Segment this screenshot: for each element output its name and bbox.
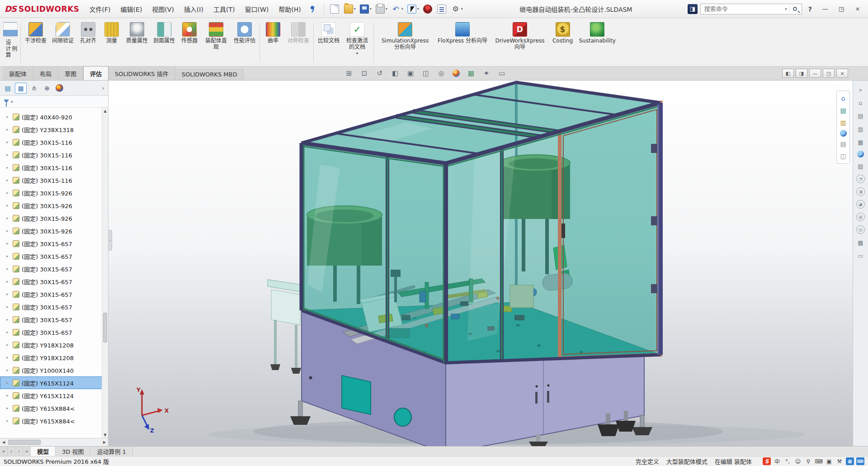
- resources-icon[interactable]: ⌂: [856, 98, 865, 107]
- tree-item[interactable]: (固定) 30X15-926: [0, 212, 108, 224]
- expand-arrow-icon[interactable]: [6, 241, 10, 246]
- tree-item[interactable]: (固定) Y615X884<: [0, 414, 108, 427]
- zoom-fit-icon[interactable]: ⊞: [344, 68, 354, 78]
- file-explorer-icon[interactable]: ▥: [838, 118, 848, 128]
- panel-expand-icon[interactable]: ›: [100, 85, 106, 91]
- tree-item[interactable]: (固定) 30X15-657: [0, 262, 108, 275]
- custom-properties-icon[interactable]: ▧: [856, 162, 865, 171]
- expand-arrow-icon[interactable]: [6, 140, 10, 144]
- floxpress-wizard-button[interactable]: FloXpress 分析向导: [435, 19, 490, 66]
- search-input[interactable]: [703, 5, 782, 13]
- tree-item[interactable]: (固定) 30X15-926: [0, 186, 108, 199]
- ime-emoji-icon[interactable]: ☺: [794, 457, 802, 465]
- home-icon[interactable]: ⌂: [838, 93, 848, 103]
- document-restore-button[interactable]: ◳: [823, 69, 835, 78]
- expand-arrow-icon[interactable]: [6, 152, 10, 157]
- expand-arrow-icon[interactable]: [6, 190, 10, 195]
- scroll-down-icon[interactable]: ▼: [102, 432, 108, 438]
- ime-toolbox-icon[interactable]: ⚒: [835, 457, 844, 465]
- document-tab[interactable]: 模型: [31, 447, 56, 456]
- expand-arrow-icon[interactable]: [6, 254, 10, 258]
- tree-item[interactable]: (固定) 30X15-926: [0, 199, 108, 212]
- hide-show-items-icon[interactable]: ◎: [436, 68, 447, 78]
- search-scope-icon[interactable]: ◨: [688, 4, 698, 14]
- menu-item[interactable]: 视图(V): [147, 3, 179, 15]
- measure-button[interactable]: 测量: [100, 19, 123, 66]
- scroll-up-icon[interactable]: ▲: [102, 108, 108, 114]
- expand-arrow-icon[interactable]: [6, 279, 10, 284]
- performance-evaluation-button[interactable]: 性能评估: [231, 19, 258, 66]
- tree-item[interactable]: (固定) 30X15-116: [0, 174, 108, 186]
- clearance-verification-button[interactable]: 间隙验证: [49, 19, 76, 66]
- expand-arrow-icon[interactable]: [6, 304, 10, 309]
- expand-arrow-icon[interactable]: [6, 292, 10, 296]
- new-document-button[interactable]: [329, 3, 341, 15]
- commandmanager-tab[interactable]: 布局: [33, 67, 58, 80]
- display-style-icon[interactable]: ◫: [420, 68, 431, 78]
- commandmanager-tab[interactable]: 装配体: [3, 67, 33, 80]
- scroll-left-icon[interactable]: ◀: [0, 440, 7, 444]
- tree-item[interactable]: (固定) 30X15-657: [0, 237, 108, 250]
- search-icon[interactable]: [793, 7, 797, 11]
- screen-icon[interactable]: ▭: [856, 251, 865, 260]
- tree-item[interactable]: (固定) Y918X1208: [0, 351, 108, 364]
- ime-screenshot-icon[interactable]: ▣: [825, 457, 833, 465]
- tree-item[interactable]: (固定) 30X15-657: [0, 326, 108, 338]
- tree-item[interactable]: (固定) 30X15-116: [0, 148, 108, 161]
- dimxpertmanager-tab[interactable]: ⊕: [41, 83, 53, 94]
- displaymanager-tab[interactable]: ●: [56, 84, 63, 92]
- section-view-icon[interactable]: ◧: [390, 68, 401, 78]
- graphics-area[interactable]: Y X Z ‹ ⌂▤▥●▤◫: [108, 81, 853, 446]
- expand-arrow-icon[interactable]: [6, 418, 10, 423]
- expand-arrow-icon[interactable]: [6, 228, 10, 233]
- tree-item[interactable]: (固定) Y1000X140: [0, 364, 108, 376]
- viewport-split-left-icon[interactable]: ◧: [782, 69, 794, 78]
- rebuild-button[interactable]: [422, 3, 434, 15]
- appearances-scenes-icon[interactable]: ●: [857, 151, 864, 157]
- search-caret-icon[interactable]: ▾: [785, 7, 787, 11]
- tab-scroll-last-icon[interactable]: »: [23, 447, 31, 456]
- tree-item[interactable]: (固定) Y615X884<: [0, 402, 108, 414]
- menu-item[interactable]: 工具(T): [209, 3, 239, 15]
- grid-icon[interactable]: ▦: [856, 238, 865, 247]
- previous-view-icon[interactable]: ↺: [374, 68, 385, 78]
- expand-arrow-icon[interactable]: [6, 342, 10, 347]
- app-restore-button[interactable]: ◳: [835, 4, 848, 14]
- tree-item[interactable]: (固定) 40X40-920: [0, 110, 108, 123]
- tree-item[interactable]: (固定) 30X15-116: [0, 136, 108, 148]
- check-active-document-button[interactable]: 检查激活的文档 ▾: [342, 19, 372, 66]
- view-palette-icon[interactable]: ▦: [856, 138, 865, 147]
- view-orientation-icon[interactable]: ▣: [405, 68, 416, 78]
- tab-scroll-first-icon[interactable]: «: [0, 447, 8, 456]
- design-library-icon[interactable]: ▤: [838, 105, 848, 115]
- commandmanager-tab[interactable]: 评估: [83, 66, 108, 80]
- print-button[interactable]: ▾: [374, 3, 389, 15]
- custom-properties-icon[interactable]: ▤: [838, 139, 848, 149]
- commandmanager-tab[interactable]: SOLIDWORKS MBD: [175, 68, 244, 80]
- sensor-button[interactable]: 传感器: [178, 19, 201, 66]
- featuremanager-tab[interactable]: ▤: [2, 83, 14, 94]
- ime-mic-icon[interactable]: ⚲: [804, 457, 812, 465]
- expand-arrow-icon[interactable]: [6, 393, 10, 398]
- ribbon-separator[interactable]: [373, 23, 374, 62]
- tree-item[interactable]: (固定) Y615X1124: [0, 389, 108, 402]
- menu-item[interactable]: 文件(F): [85, 3, 115, 15]
- expand-arrow-icon[interactable]: [6, 330, 10, 334]
- scrollbar-thumb[interactable]: [8, 440, 41, 445]
- sogou-icon[interactable]: S: [763, 457, 771, 465]
- filter-icon[interactable]: [4, 100, 9, 106]
- app-minimize-button[interactable]: —: [818, 4, 832, 14]
- expand-arrow-icon[interactable]: [6, 355, 10, 360]
- full-screen-icon[interactable]: ▭: [496, 68, 507, 78]
- expand-arrow-icon[interactable]: [6, 165, 10, 170]
- ime-mode-icon[interactable]: 中: [773, 457, 781, 465]
- tree-item[interactable]: (固定) 30X15-657: [0, 300, 108, 313]
- tree-item[interactable]: (固定) Y615X1124: [0, 376, 108, 389]
- file-properties-button[interactable]: [436, 3, 448, 15]
- side-table[interactable]: [268, 280, 303, 374]
- apply-scene-icon[interactable]: ▦: [466, 68, 476, 78]
- curvature-button[interactable]: 曲率: [261, 19, 285, 66]
- compare-documents-button[interactable]: 比较文档: [315, 19, 342, 66]
- scrollbar-thumb[interactable]: [103, 313, 107, 342]
- expand-arrow-icon[interactable]: [6, 380, 10, 385]
